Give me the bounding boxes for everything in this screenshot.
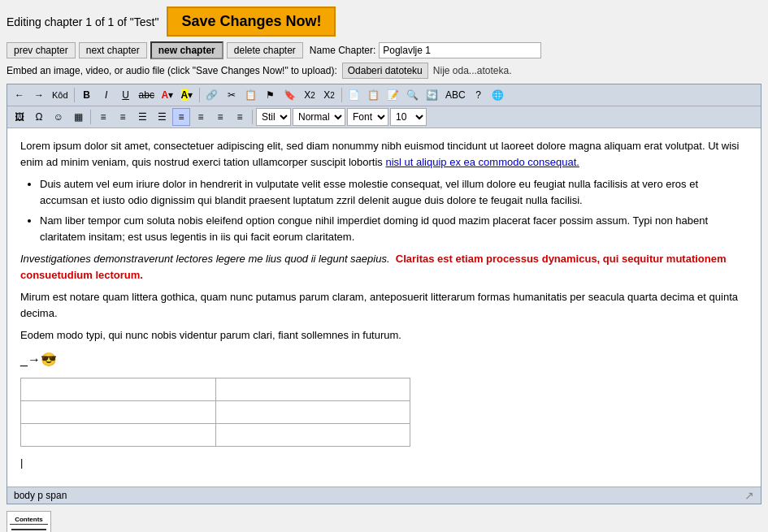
paste-text-button[interactable]: 📋 (365, 86, 383, 104)
top-bar: Editing chapter 1 of 1 of "Test" Save Ch… (7, 6, 761, 37)
table-cell[interactable] (21, 423, 216, 446)
table-cell[interactable] (21, 378, 216, 400)
globe-button[interactable]: 🌐 (489, 86, 507, 104)
new-chapter-button[interactable]: new chapter (150, 41, 223, 59)
bullet-list: Duis autem vel eum iriure dolor in hendr… (40, 176, 748, 244)
table-row (21, 378, 410, 400)
superscript-button[interactable]: X2 (320, 86, 338, 104)
bullet-item-1: Duis autem vel eum iriure dolor in hendr… (40, 176, 748, 208)
table-row (21, 400, 410, 423)
table-cell[interactable] (21, 400, 216, 423)
paste-word-button[interactable]: 📝 (384, 86, 402, 104)
indent-button[interactable]: ≡ (192, 108, 210, 126)
bullet-item-2: Nam liber tempor cum soluta nobis eleife… (40, 213, 748, 244)
strikethrough-button[interactable]: abc (137, 86, 157, 104)
font-bg-button[interactable]: A▾ (178, 86, 196, 104)
table-button[interactable]: ▦ (69, 108, 87, 126)
delete-chapter-button[interactable]: delete chapter (227, 42, 303, 58)
align-right-button[interactable]: ≡ (231, 108, 249, 126)
table-cell[interactable] (215, 400, 410, 423)
italic-text: Investigationes demonstraverunt lectores… (20, 253, 390, 265)
thumb-label: Contents (10, 516, 48, 525)
align-full-button[interactable]: ≡ (172, 108, 190, 126)
status-path: body p span (14, 490, 67, 501)
align-left-button[interactable]: ≡ (94, 108, 112, 126)
table-cell[interactable] (215, 423, 410, 446)
undo-button[interactable]: ← (11, 86, 28, 104)
cut-button[interactable]: ✂ (223, 86, 241, 104)
table-cell[interactable] (215, 378, 410, 400)
find-button[interactable]: 🔍 (404, 86, 422, 104)
outdent-button[interactable]: ≡ (211, 108, 229, 126)
next-chapter-button[interactable]: next chapter (79, 42, 147, 58)
spell-button[interactable]: ABC (443, 86, 468, 104)
paragraph-2: Investigationes demonstraverunt lectores… (20, 251, 748, 283)
align-center-button[interactable]: ≡ (114, 108, 132, 126)
content-table (20, 378, 410, 447)
font-select[interactable]: Font (347, 108, 388, 126)
status-bar: body p span ↗ (7, 487, 761, 504)
emoji-button[interactable]: ☺ (50, 108, 67, 126)
redo-button[interactable]: → (30, 86, 48, 104)
list-ul-button[interactable]: ☰ (133, 108, 151, 126)
emoji-line: _→😎 (20, 350, 748, 370)
name-chapter-label: Name Chapter: (310, 45, 375, 56)
style-select[interactable]: Stil (256, 108, 291, 126)
paragraph-4: Eodem modo typi, qui nunc nobis videntur… (20, 327, 748, 344)
thumb-line-1 (11, 529, 46, 530)
symbol-button[interactable]: Ω (30, 108, 48, 126)
odaberi-button[interactable]: Odaberi datoteku (342, 63, 428, 79)
subscript-button[interactable]: X2 (301, 86, 319, 104)
editor-container: ← → Kôd B I U abc A▾ A▾ 🔗 ✂ 📋 ⚑ 🔖 X2 X2 … (7, 84, 761, 504)
table-row (21, 423, 410, 446)
replace-button[interactable]: 🔄 (423, 86, 441, 104)
format-select[interactable]: Normal (293, 108, 345, 126)
contents-thumbnail[interactable]: Contents (7, 511, 51, 532)
upload-label: Embed an image, video, or audio file (cl… (7, 65, 337, 76)
prev-chapter-button[interactable]: prev chapter (7, 42, 76, 58)
paste-button[interactable]: 📄 (345, 86, 363, 104)
copy-button[interactable]: 📋 (242, 86, 260, 104)
para1-link[interactable]: nisl ut aliquip ex ea commodo consequat. (385, 156, 579, 168)
cursor-line: | (20, 455, 748, 471)
paragraph-3: Mirum est notare quam littera gothica, q… (20, 289, 748, 321)
underline-button[interactable]: U (117, 86, 135, 104)
separator (74, 88, 75, 102)
separator (199, 88, 200, 102)
editing-title: Editing chapter 1 of 1 of "Test" (7, 15, 158, 28)
paragraph-1: Lorem ipsum dolor sit amet, consectetuer… (20, 138, 748, 170)
italic-button[interactable]: I (98, 86, 115, 104)
chapter-controls: prev chapter next chapter new chapter de… (7, 41, 761, 59)
flag-button[interactable]: ⚑ (262, 86, 280, 104)
para1-text: Lorem ipsum dolor sit amet, consectetuer… (20, 140, 739, 168)
link-button[interactable]: 🔗 (203, 86, 221, 104)
separator (252, 110, 253, 124)
file-status: Nije oda...atoteka. (433, 65, 512, 76)
upload-bar: Embed an image, video, or audio file (cl… (7, 63, 761, 79)
separator (341, 88, 342, 102)
name-chapter-input[interactable] (379, 42, 541, 58)
bookmark-button[interactable]: 🔖 (281, 86, 299, 104)
list-ol-button[interactable]: ☰ (153, 108, 171, 126)
bold-button[interactable]: B (78, 86, 96, 104)
image-button[interactable]: 🖼 (11, 108, 28, 126)
toolbar-row-2: 🖼 Ω ☺ ▦ ≡ ≡ ☰ ☰ ≡ ≡ ≡ ≡ Stil Normal Font… (7, 106, 761, 128)
resize-handle[interactable]: ↗ (744, 489, 754, 502)
help-button[interactable]: ? (470, 86, 488, 104)
save-button[interactable]: Save Changes Now! (167, 6, 336, 37)
size-select[interactable]: 10 (390, 108, 427, 126)
editor-body[interactable]: Lorem ipsum dolor sit amet, consectetuer… (7, 128, 761, 487)
toolbar-row-1: ← → Kôd B I U abc A▾ A▾ 🔗 ✂ 📋 ⚑ 🔖 X2 X2 … (7, 84, 761, 106)
separator (90, 110, 91, 124)
source-button[interactable]: Kôd (50, 86, 71, 104)
font-color-button[interactable]: A▾ (158, 86, 176, 104)
